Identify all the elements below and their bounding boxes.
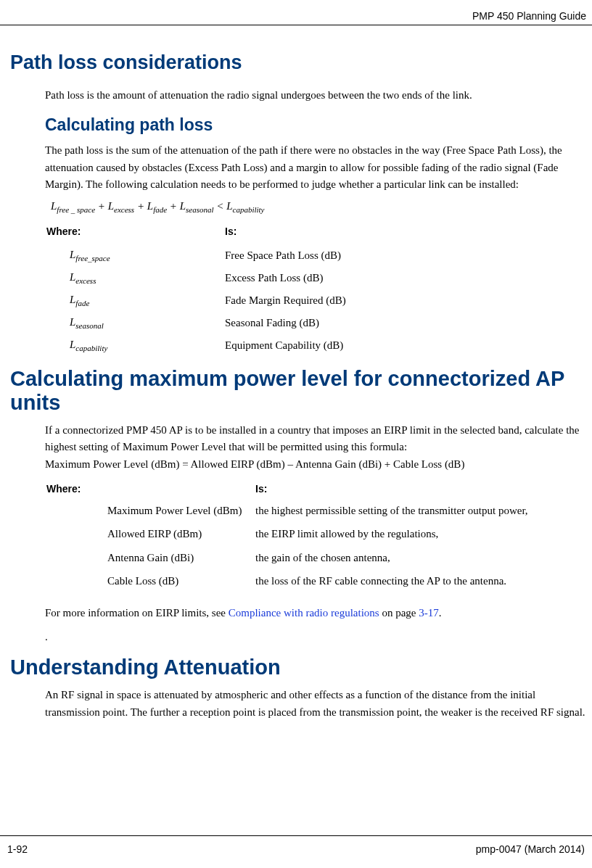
intro-paragraph: Path loss is the amount of attenuation t… xyxy=(45,87,586,104)
page-number: 1-92 xyxy=(7,843,28,855)
table2-header-is: Is: xyxy=(254,480,586,499)
attenuation-paragraph: An RF signal in space is attenuated by a… xyxy=(45,687,586,721)
page-ref-link[interactable]: 3-17 xyxy=(419,607,439,619)
table-row: Lfree_space Free Space Path Loss (dB) xyxy=(45,244,586,267)
table-row: Antenna Gain (dBi) the gain of the chose… xyxy=(45,546,586,570)
calc-paragraph: The path loss is the sum of the attenuat… xyxy=(45,142,586,193)
table-row: Lcapability Equipment Capability (dB) xyxy=(45,334,586,357)
table1-header-where: Where: xyxy=(45,223,223,244)
definitions-table-2: Where: Is: Maximum Power Level (dBm) the… xyxy=(45,480,586,593)
stray-dot: . xyxy=(45,629,586,645)
max-power-paragraph: If a connectorized PMP 450 AP is to be i… xyxy=(45,422,586,473)
footer: 1-92 pmp-0047 (March 2014) xyxy=(0,806,592,868)
heading-understanding-attenuation: Understanding Attenuation xyxy=(10,656,586,679)
heading-calc-path-loss: Calculating path loss xyxy=(45,115,586,135)
table2-header-where: Where: xyxy=(45,480,106,499)
equation-path-loss: Lfree _ space + Lexcess + Lfade + Lseaso… xyxy=(51,200,586,214)
table1-header-is: Is: xyxy=(223,223,586,244)
table-row: Lseasonal Seasonal Fading (dB) xyxy=(45,312,586,334)
table-row: Lfade Fade Margin Required (dB) xyxy=(45,289,586,312)
compliance-link[interactable]: Compliance with radio regulations xyxy=(229,607,379,619)
heading-path-loss: Path loss considerations xyxy=(10,51,586,74)
table-row: Allowed EIRP (dBm) the EIRP limit allowe… xyxy=(45,522,586,546)
table-row: Cable Loss (dB) the loss of the RF cable… xyxy=(45,569,586,593)
doc-id-date: pmp-0047 (March 2014) xyxy=(476,843,585,855)
table-row: Maximum Power Level (dBm) the highest pe… xyxy=(45,499,586,523)
definitions-table-1: Where: Is: Lfree_space Free Space Path L… xyxy=(45,223,586,357)
more-info-paragraph: For more information on EIRP limits, see… xyxy=(45,605,586,621)
footer-rule xyxy=(0,835,592,836)
heading-calc-max-power: Calculating maximum power level for conn… xyxy=(10,367,586,415)
header-guide-title: PMP 450 Planning Guide xyxy=(0,10,592,25)
header-rule xyxy=(0,25,592,25)
table-row: Lexcess Excess Path Loss (dB) xyxy=(45,267,586,289)
